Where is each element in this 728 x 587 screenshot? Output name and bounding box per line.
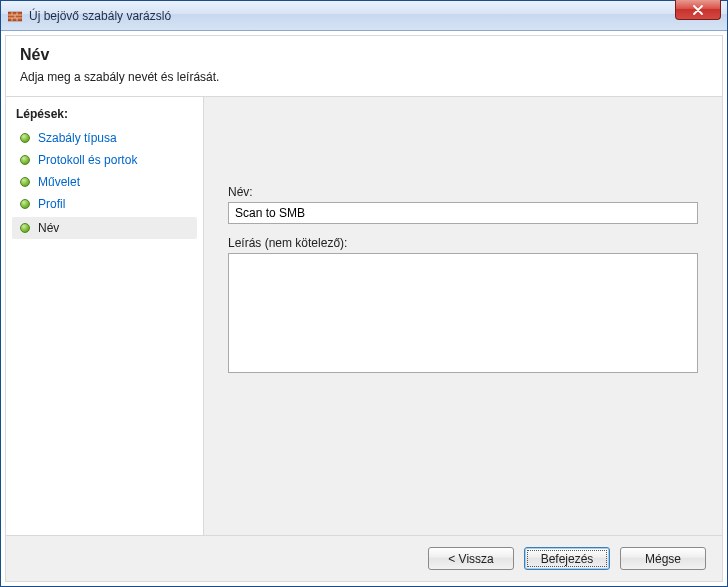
step-muvelet[interactable]: Művelet	[6, 171, 203, 193]
desc-label: Leírás (nem kötelező):	[228, 236, 698, 250]
name-label: Név:	[228, 185, 698, 199]
steps-heading: Lépések:	[6, 105, 203, 127]
step-bullet-icon	[20, 133, 30, 143]
step-bullet-icon	[20, 223, 30, 233]
step-szabaly-tipusa[interactable]: Szabály típusa	[6, 127, 203, 149]
wizard-body: Lépések: Szabály típusa Protokoll és por…	[6, 97, 722, 535]
steps-sidebar: Lépések: Szabály típusa Protokoll és por…	[6, 97, 204, 535]
name-input[interactable]	[228, 202, 698, 224]
close-icon	[692, 5, 704, 15]
finish-button[interactable]: Befejezés	[524, 547, 610, 570]
step-bullet-icon	[20, 177, 30, 187]
step-label: Szabály típusa	[38, 131, 117, 145]
page-subtitle: Adja meg a szabály nevét és leírását.	[20, 70, 708, 84]
main-panel: Név: Leírás (nem kötelező):	[204, 97, 722, 535]
window-title: Új bejövő szabály varázsló	[29, 9, 171, 23]
button-bar: < Vissza Befejezés Mégse	[6, 535, 722, 581]
step-bullet-icon	[20, 199, 30, 209]
wizard-header: Név Adja meg a szabály nevét és leírását…	[6, 36, 722, 97]
back-button[interactable]: < Vissza	[428, 547, 514, 570]
page-title: Név	[20, 46, 708, 64]
client-area: Név Adja meg a szabály nevét és leírását…	[5, 35, 723, 582]
name-field-row: Név:	[228, 185, 698, 224]
desc-field-row: Leírás (nem kötelező):	[228, 236, 698, 376]
step-protokoll-es-portok[interactable]: Protokoll és portok	[6, 149, 203, 171]
close-button[interactable]	[675, 0, 721, 20]
step-profil[interactable]: Profil	[6, 193, 203, 215]
step-label: Profil	[38, 197, 65, 211]
firewall-icon	[7, 8, 23, 24]
step-label: Protokoll és portok	[38, 153, 137, 167]
wizard-window: Új bejövő szabály varázsló Név Adja meg …	[0, 0, 728, 587]
description-input[interactable]	[228, 253, 698, 373]
step-bullet-icon	[20, 155, 30, 165]
step-label: Művelet	[38, 175, 80, 189]
step-nev[interactable]: Név	[12, 217, 197, 239]
titlebar: Új bejövő szabály varázsló	[1, 1, 727, 31]
step-label: Név	[38, 221, 59, 235]
cancel-button[interactable]: Mégse	[620, 547, 706, 570]
